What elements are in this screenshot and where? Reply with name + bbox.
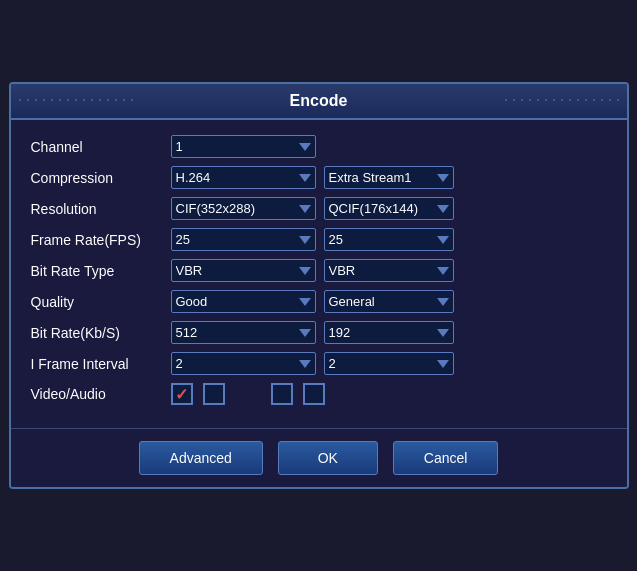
bitrate-label: Bit Rate(Kb/S) [31,325,171,341]
videoaudio-label: Video/Audio [31,386,171,402]
iframe-row: I Frame Interval 2345 2345 [31,352,607,375]
compression-secondary-select[interactable]: Extra Stream1Extra Stream2 [324,166,454,189]
secondary-checkboxes [271,383,325,405]
secondary-audio-checkbox[interactable] [303,383,325,405]
channel-controls: 1234 [171,135,316,158]
channel-select[interactable]: 1234 [171,135,316,158]
channel-row: Channel 1234 [31,135,607,158]
cancel-button[interactable]: Cancel [393,441,499,475]
bitrate-row: Bit Rate(Kb/S) 51210242048 192256512 [31,321,607,344]
channel-label: Channel [31,139,171,155]
iframe-primary-select[interactable]: 2345 [171,352,316,375]
framerate-label: Frame Rate(FPS) [31,232,171,248]
compression-row: Compression H.264H.265MJPEG Extra Stream… [31,166,607,189]
title-bar: Encode [11,84,627,120]
quality-secondary-select[interactable]: GeneralGoodBestBetterBad [324,290,454,313]
content-area: Channel 1234 Compression H.264H.265MJPEG… [11,120,627,428]
bitratetype-row: Bit Rate Type VBRCBR VBRCBR [31,259,607,282]
compression-primary-select[interactable]: H.264H.265MJPEG [171,166,316,189]
framerate-secondary-select[interactable]: 252015 [324,228,454,251]
resolution-row: Resolution CIF(352x288)D1(704x576) QCIF(… [31,197,607,220]
bitratetype-primary-select[interactable]: VBRCBR [171,259,316,282]
framerate-row: Frame Rate(FPS) 25201510 252015 [31,228,607,251]
compression-label: Compression [31,170,171,186]
quality-controls: GoodBestBetterGeneralBad GeneralGoodBest… [171,290,454,313]
resolution-controls: CIF(352x288)D1(704x576) QCIF(176x144)CIF… [171,197,454,220]
resolution-primary-select[interactable]: CIF(352x288)D1(704x576) [171,197,316,220]
framerate-controls: 25201510 252015 [171,228,454,251]
bitrate-primary-select[interactable]: 51210242048 [171,321,316,344]
secondary-video-checkbox[interactable] [271,383,293,405]
iframe-secondary-select[interactable]: 2345 [324,352,454,375]
quality-primary-select[interactable]: GoodBestBetterGeneralBad [171,290,316,313]
framerate-primary-select[interactable]: 25201510 [171,228,316,251]
resolution-label: Resolution [31,201,171,217]
quality-label: Quality [31,294,171,310]
advanced-button[interactable]: Advanced [139,441,263,475]
encode-dialog: Encode Channel 1234 Compression H.264H.2… [9,82,629,489]
resolution-secondary-select[interactable]: QCIF(176x144)CIF(352x288) [324,197,454,220]
iframe-controls: 2345 2345 [171,352,454,375]
primary-video-checkbox[interactable] [171,383,193,405]
bitratetype-controls: VBRCBR VBRCBR [171,259,454,282]
quality-row: Quality GoodBestBetterGeneralBad General… [31,290,607,313]
compression-controls: H.264H.265MJPEG Extra Stream1Extra Strea… [171,166,454,189]
primary-checkboxes [171,383,225,405]
iframe-label: I Frame Interval [31,356,171,372]
bitrate-secondary-select[interactable]: 192256512 [324,321,454,344]
videoaudio-row: Video/Audio [31,383,607,405]
dialog-title: Encode [290,92,348,109]
bitrate-controls: 51210242048 192256512 [171,321,454,344]
primary-audio-checkbox[interactable] [203,383,225,405]
videoaudio-controls [171,383,325,405]
ok-button[interactable]: OK [278,441,378,475]
bitratetype-label: Bit Rate Type [31,263,171,279]
footer: Advanced OK Cancel [11,428,627,487]
bitratetype-secondary-select[interactable]: VBRCBR [324,259,454,282]
